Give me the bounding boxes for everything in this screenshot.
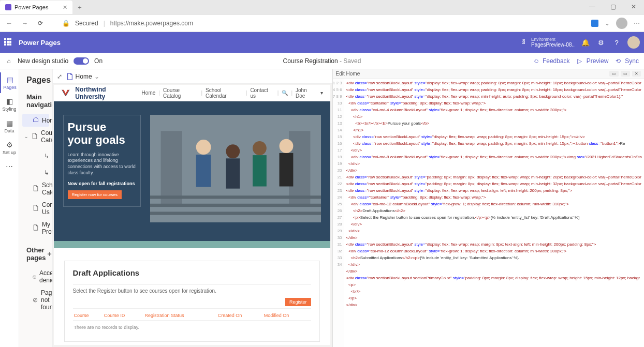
chevron-down-icon[interactable]: ⌄ — [24, 134, 28, 139]
hero-paragraph: Learn through innovative experiences and… — [68, 152, 136, 176]
design-canvas[interactable]: Northwind University Home| Course Catalo… — [54, 85, 330, 345]
svg-point-10 — [279, 139, 293, 153]
preview-button[interactable]: ▷Preview — [577, 57, 609, 65]
nav-item-contact[interactable]: Contact Us — [22, 199, 49, 218]
search-icon[interactable]: 🔍 — [282, 90, 288, 96]
svg-point-8 — [253, 141, 267, 155]
browser-tab-strip: Power Pages ✕ ＋ — ▢ ✕ — [0, 0, 644, 14]
browser-tab[interactable]: Power Pages ✕ — [0, 1, 72, 14]
svg-point-6 — [226, 144, 240, 158]
site-nav-contact[interactable]: Contact us — [250, 87, 274, 99]
rail-setup[interactable]: ⚙Set up — [0, 138, 19, 158]
user-avatar[interactable] — [627, 36, 640, 49]
site-logo-icon — [61, 88, 70, 98]
col-status[interactable]: Registration Status — [143, 311, 216, 321]
canvas-breadcrumb[interactable]: Home ⌄ — [66, 73, 99, 80]
code-tab-a[interactable]: ▭ — [609, 71, 619, 77]
nav-item-profile[interactable]: My Profile — [22, 218, 49, 238]
hero-section: Pursueyour goals Learn through innovativ… — [54, 101, 330, 241]
nav-item-art[interactable]: ↳ Art — [22, 166, 49, 179]
settings-icon[interactable]: ⚙ — [596, 39, 606, 47]
help-icon[interactable]: ? — [612, 39, 621, 47]
nav-item-notfound[interactable]: ⊘ Page not found — [22, 286, 49, 313]
feedback-icon: ☺ — [533, 57, 540, 65]
forward-button[interactable]: → — [20, 20, 30, 27]
notifications-icon[interactable]: 🔔 — [581, 39, 590, 47]
rail-more[interactable]: ⋯ — [0, 159, 19, 175]
svg-point-4 — [196, 140, 211, 155]
window-close-icon[interactable]: ✕ — [623, 0, 644, 14]
nav-item-cs[interactable]: ↳ Computer Science — [22, 146, 49, 166]
site-nav-home[interactable]: Home — [142, 90, 156, 96]
code-title: Edit Home — [336, 71, 360, 77]
window-minimize-icon[interactable]: — — [582, 0, 603, 14]
empty-row: There are no records to display. — [73, 321, 311, 335]
left-rail: ▤Pages ◧Styling ▦Data ⚙Set up ⋯ — [0, 69, 19, 347]
notfound-icon: ⊘ — [33, 296, 38, 304]
chevron-down-icon: ⌄ — [94, 73, 99, 80]
environment-label: Environment — [531, 37, 575, 42]
feedback-button[interactable]: ☺Feedback — [533, 57, 570, 65]
col-course[interactable]: Course — [73, 311, 103, 321]
site-brand: Northwind University — [75, 86, 136, 100]
page-icon — [33, 205, 39, 213]
col-created[interactable]: Created On — [217, 311, 263, 321]
code-content[interactable]: <div class="row sectionBlockLayout" styl… — [344, 79, 644, 347]
browser-profile-avatar[interactable] — [616, 18, 627, 29]
chevron-down-icon: ▾ — [320, 90, 323, 96]
code-close-icon[interactable]: ✕ — [632, 71, 641, 77]
url-text[interactable]: https://make.powerpages.com — [110, 20, 586, 27]
tab-favicon — [5, 4, 11, 10]
chevron-down-icon[interactable]: ⌄ — [605, 20, 610, 27]
more-icon[interactable]: ⋯ — [634, 20, 640, 27]
code-tab-b[interactable]: ▭ — [621, 71, 630, 77]
site-nav-user[interactable]: John Doe — [296, 87, 317, 99]
app-launcher-icon[interactable] — [4, 38, 12, 47]
tab-title: Power Pages — [14, 4, 48, 10]
rail-pages[interactable]: ▤Pages — [0, 72, 19, 93]
svg-rect-7 — [226, 158, 240, 188]
register-button[interactable]: Register — [285, 298, 311, 306]
close-tab-icon[interactable]: ✕ — [63, 4, 67, 11]
nav-item-denied[interactable]: ⍉ Access denied — [22, 267, 49, 286]
setup-icon: ⚙ — [0, 141, 19, 149]
add-other-page-button[interactable]: ＋ — [46, 249, 53, 259]
rail-data[interactable]: ▦Data — [0, 116, 19, 137]
new-tab-button[interactable]: ＋ — [72, 1, 87, 14]
site-nav-calendar[interactable]: School Calendar — [206, 87, 243, 99]
home-icon[interactable]: ⌂ — [5, 57, 12, 65]
code-editor[interactable]: 1 2 3 4 5 6 7 8 9 10 11 12 13 14 15 16 1… — [333, 79, 644, 347]
site-nav-catalog[interactable]: Course Catalog — [163, 87, 198, 99]
back-button[interactable]: ← — [4, 20, 14, 27]
nav-item-schedule[interactable]: School Calendar — [22, 179, 49, 199]
pages-panel: Pages Main navigation ＋ Home ⌄ Course Ca… — [19, 69, 53, 347]
nav-item-home[interactable]: Home — [22, 114, 49, 127]
extension-icon[interactable] — [591, 20, 598, 27]
app-header: Power Pages 🗄 Environment PagesPreview-0… — [0, 32, 644, 53]
studio-label: New design studio — [18, 57, 68, 65]
nav-item-catalog[interactable]: ⌄ Course Catalog — [22, 127, 49, 146]
window-maximize-icon[interactable]: ▢ — [603, 0, 623, 14]
subpage-icon: ↳ — [44, 153, 49, 160]
studio-toggle[interactable] — [74, 57, 89, 65]
register-cta-button[interactable]: Register now for courses — [68, 190, 122, 199]
panel-title: Pages — [26, 76, 45, 85]
page-icon — [32, 133, 38, 141]
hero-title: Pursueyour goals — [68, 120, 136, 147]
resize-icon[interactable]: ⤢ — [57, 73, 62, 80]
sync-button[interactable]: ⟲Sync — [616, 57, 639, 65]
canvas-toolbar: ⤢ Home ⌄ — [53, 69, 332, 84]
svg-rect-5 — [196, 155, 211, 187]
secured-label: Secured — [75, 20, 98, 27]
refresh-button[interactable]: ⟳ — [35, 20, 46, 27]
draft-subtitle: Select the Register button to see course… — [73, 284, 311, 294]
svg-rect-2 — [160, 131, 182, 206]
browser-address-bar: ← → ⟳ 🔒 Secured | https://make.powerpage… — [0, 14, 644, 32]
col-modified[interactable]: Modified On — [263, 311, 311, 321]
rail-styling[interactable]: ◧Styling — [0, 94, 19, 115]
other-pages-label: Other pages — [26, 246, 46, 262]
lock-icon: 🔒 — [62, 20, 70, 27]
col-courseid[interactable]: Course ID — [103, 311, 144, 321]
environment-picker[interactable]: 🗄 Environment PagesPreview-08.. — [521, 37, 575, 48]
environment-icon: 🗄 — [521, 39, 528, 46]
